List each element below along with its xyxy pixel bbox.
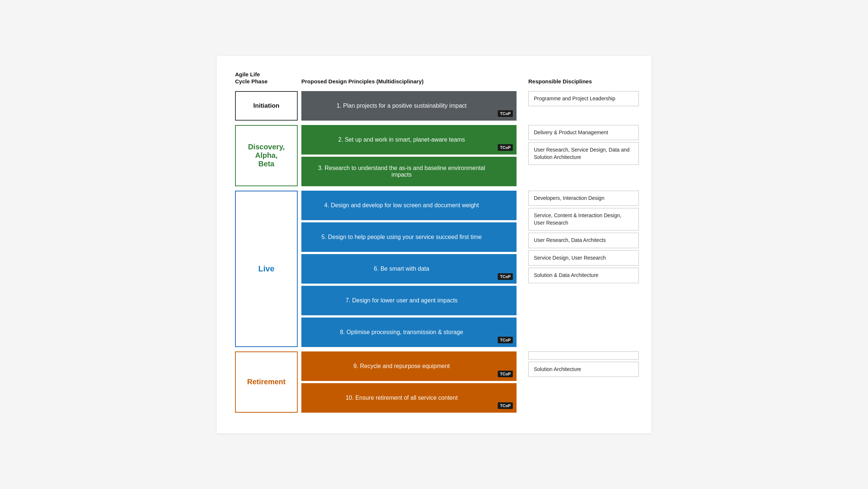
grid: Initiation1. Plan projects for a positiv… — [235, 91, 633, 415]
tcop-badge-3-0: TCoP — [498, 371, 513, 377]
principles-header: Proposed Design Principles (Multidiscipl… — [298, 78, 522, 85]
phase-label-retirement: Retirement — [235, 351, 298, 413]
discipline-cell-2-1: Service, Content & Interaction Design, U… — [528, 208, 639, 230]
principle-text-2-1: 5. Design to help people using your serv… — [322, 234, 482, 240]
principle-row-3-1: 10. Ensure retirement of all service con… — [298, 383, 517, 413]
rows-live: 4. Design and develop for low screen and… — [298, 191, 517, 347]
disciplines-live: Developers, Interaction DesignService, C… — [522, 191, 633, 347]
phase-label-initiation: Initiation — [235, 91, 298, 121]
phase-label-discovery: Discovery, Alpha, Beta — [235, 125, 298, 186]
phase-cell-live: Live — [235, 191, 298, 347]
principle-text-1-1: 3. Research to understand the as-is and … — [309, 165, 494, 178]
header-row: Agile Life Cycle Phase Proposed Design P… — [235, 71, 633, 85]
phase-label-live: Live — [235, 191, 298, 347]
group-discovery: Discovery, Alpha, Beta2. Set up and work… — [235, 125, 633, 186]
principle-text-1-0: 2. Set up and work in smart, planet-awar… — [338, 136, 465, 143]
disciplines-header: Responsible Disciplines — [522, 78, 633, 85]
principle-row-2-0: 4. Design and develop for low screen and… — [298, 191, 517, 220]
principle-cell-2-3[interactable]: 7. Design for lower user and agent impac… — [301, 286, 517, 315]
principle-cell-0-0[interactable]: 1. Plan projects for a positive sustaina… — [301, 91, 517, 121]
principle-row-1-0: 2. Set up and work in smart, planet-awar… — [298, 125, 517, 155]
principle-text-3-0: 9. Recycle and repurpose equipment — [353, 363, 450, 370]
phase-cell-retirement: Retirement — [235, 351, 298, 413]
tcop-badge-0-0: TCoP — [498, 110, 513, 117]
principle-text-2-4: 8. Optimise processing, transmission & s… — [340, 329, 463, 336]
principles-header-text: Proposed Design Principles (Multidiscipl… — [301, 78, 424, 84]
principle-text-2-0: 4. Design and develop for low screen and… — [324, 202, 479, 209]
discipline-cell-3-0 — [528, 351, 639, 360]
phase-header-text: Agile Life Cycle Phase — [235, 71, 267, 85]
principle-text-2-3: 7. Design for lower user and agent impac… — [346, 297, 458, 304]
principle-row-2-4: 8. Optimise processing, transmission & s… — [298, 318, 517, 347]
discipline-cell-2-4: Solution & Data Architecture — [528, 268, 639, 283]
principle-cell-2-4[interactable]: 8. Optimise processing, transmission & s… — [301, 318, 517, 347]
discipline-cell-2-2: User Research, Data Architects — [528, 233, 639, 248]
discipline-cell-3-1: Solution Architecture — [528, 362, 639, 377]
principle-row-0-0: 1. Plan projects for a positive sustaina… — [298, 91, 517, 121]
group-initiation: Initiation1. Plan projects for a positiv… — [235, 91, 633, 121]
principle-text-3-1: 10. Ensure retirement of all service con… — [346, 395, 458, 401]
principle-row-2-3: 7. Design for lower user and agent impac… — [298, 286, 517, 315]
disciplines-discovery: Delivery & Product ManagementUser Resear… — [522, 125, 633, 186]
discipline-cell-2-0: Developers, Interaction Design — [528, 191, 639, 206]
principle-text-2-2: 6. Be smart with data — [374, 266, 429, 272]
principle-cell-1-1[interactable]: 3. Research to understand the as-is and … — [301, 157, 517, 186]
principle-cell-2-0[interactable]: 4. Design and develop for low screen and… — [301, 191, 517, 220]
principle-row-2-1: 5. Design to help people using your serv… — [298, 222, 517, 252]
phase-header: Agile Life Cycle Phase — [235, 71, 298, 85]
tcop-badge-3-1: TCoP — [498, 402, 513, 409]
main-container: Agile Life Cycle Phase Proposed Design P… — [217, 56, 651, 433]
tcop-badge-1-0: TCoP — [498, 144, 513, 151]
principle-row-3-0: 9. Recycle and repurpose equipmentTCoP — [298, 351, 517, 381]
phase-cell-initiation: Initiation — [235, 91, 298, 121]
rows-retirement: 9. Recycle and repurpose equipmentTCoP10… — [298, 351, 517, 413]
principle-row-2-2: 6. Be smart with dataTCoP — [298, 254, 517, 284]
principle-cell-3-0[interactable]: 9. Recycle and repurpose equipmentTCoP — [301, 351, 517, 381]
discipline-cell-1-0: Delivery & Product Management — [528, 125, 639, 141]
principle-row-1-1: 3. Research to understand the as-is and … — [298, 157, 517, 186]
tcop-badge-2-4: TCoP — [498, 337, 513, 343]
phase-cell-discovery: Discovery, Alpha, Beta — [235, 125, 298, 186]
tcop-badge-2-2: TCoP — [498, 273, 513, 280]
principle-text-0-0: 1. Plan projects for a positive sustaina… — [336, 103, 466, 109]
rows-initiation: 1. Plan projects for a positive sustaina… — [298, 91, 517, 121]
rows-discovery: 2. Set up and work in smart, planet-awar… — [298, 125, 517, 186]
group-live: Live4. Design and develop for low screen… — [235, 191, 633, 347]
principle-cell-3-1[interactable]: 10. Ensure retirement of all service con… — [301, 383, 517, 413]
disciplines-retirement: Solution Architecture — [522, 351, 633, 413]
disciplines-initiation: Programme and Project Leadership — [522, 91, 633, 121]
discipline-cell-0-0: Programme and Project Leadership — [528, 91, 639, 107]
discipline-cell-1-1: User Research, Service Design, Data and … — [528, 142, 639, 165]
principle-cell-2-1[interactable]: 5. Design to help people using your serv… — [301, 222, 517, 252]
principle-cell-1-0[interactable]: 2. Set up and work in smart, planet-awar… — [301, 125, 517, 155]
principle-cell-2-2[interactable]: 6. Be smart with dataTCoP — [301, 254, 517, 284]
group-retirement: Retirement9. Recycle and repurpose equip… — [235, 351, 633, 413]
disciplines-header-text: Responsible Disciplines — [528, 78, 592, 84]
discipline-cell-2-3: Service Design, User Research — [528, 250, 639, 266]
